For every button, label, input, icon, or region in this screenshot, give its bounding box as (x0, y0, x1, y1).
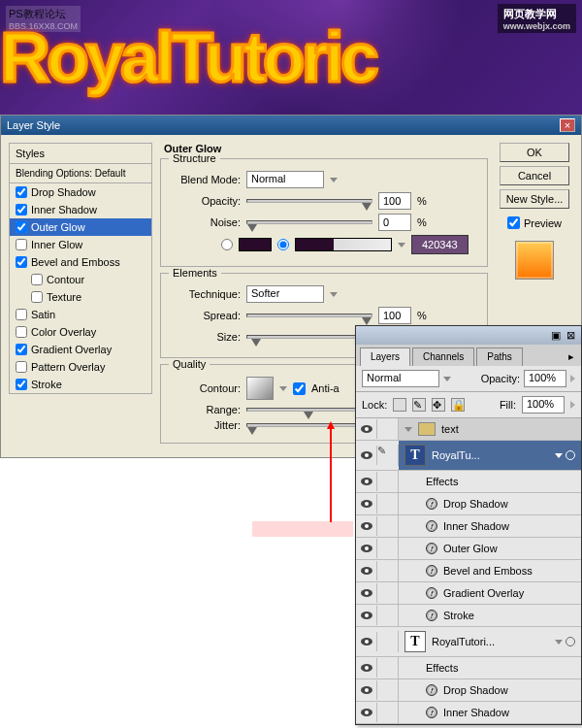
visibility-toggle[interactable] (356, 494, 377, 513)
chevron-down-icon[interactable] (404, 427, 412, 432)
visibility-toggle[interactable] (356, 703, 377, 722)
style-item[interactable]: Bevel and Emboss (10, 253, 151, 271)
styles-heading[interactable]: Styles (10, 144, 151, 164)
visibility-toggle[interactable] (356, 472, 377, 491)
visibility-toggle[interactable] (356, 516, 377, 536)
style-checkbox[interactable] (16, 239, 27, 250)
blend-mode-select[interactable]: Normal (362, 370, 439, 387)
effect-row[interactable]: fGradient Overlay (356, 582, 581, 605)
panel-header[interactable]: ▣ ⊠ (356, 326, 581, 345)
effect-row[interactable]: fOuter Glow (356, 538, 581, 560)
style-checkbox[interactable] (16, 361, 27, 373)
style-checkbox[interactable] (16, 221, 27, 233)
style-item[interactable]: Texture (10, 288, 151, 306)
opacity-input[interactable]: 100% (524, 370, 566, 387)
visibility-toggle[interactable] (356, 419, 377, 439)
color-swatch[interactable] (239, 238, 272, 251)
panel-menu-icon[interactable]: ▸ (566, 347, 577, 366)
style-checkbox[interactable] (16, 344, 27, 355)
visibility-toggle[interactable] (356, 561, 377, 580)
effects-heading[interactable]: Effects (356, 471, 581, 493)
technique-select[interactable]: Softer (246, 285, 324, 303)
style-checkbox[interactable] (16, 186, 27, 198)
close-icon[interactable]: × (560, 118, 575, 132)
blending-options[interactable]: Blending Options: Default (10, 164, 151, 183)
link-column[interactable]: ✎ (377, 445, 399, 466)
chevron-down-icon[interactable] (279, 386, 287, 391)
effect-row[interactable]: fDrop Shadow (356, 679, 581, 702)
visibility-toggle[interactable] (356, 539, 377, 558)
minimize-icon[interactable]: ▣ (551, 329, 561, 342)
close-icon[interactable]: ⊠ (566, 329, 575, 342)
lock-all-icon[interactable]: 🔒 (451, 398, 465, 412)
style-item[interactable]: Drop Shadow (10, 183, 151, 201)
noise-input[interactable] (378, 214, 411, 231)
size-slider[interactable] (246, 335, 372, 339)
visibility-toggle[interactable] (356, 606, 377, 625)
style-item[interactable]: Gradient Overlay (10, 341, 151, 358)
color-radio[interactable] (221, 239, 233, 250)
contour-picker[interactable] (246, 377, 274, 400)
range-slider[interactable] (246, 408, 372, 412)
gradient-radio[interactable] (277, 239, 289, 250)
style-checkbox[interactable] (16, 309, 27, 320)
new-style-button[interactable]: New Style... (500, 189, 569, 209)
visibility-toggle[interactable] (356, 680, 377, 700)
visibility-toggle[interactable] (356, 446, 377, 465)
fx-toggle-icon[interactable] (566, 637, 575, 646)
effect-row[interactable]: fBevel and Emboss (356, 560, 581, 582)
style-item[interactable]: Stroke (10, 376, 151, 393)
style-item[interactable]: Contour (10, 271, 151, 288)
lock-pixels-icon[interactable]: ✎ (412, 398, 426, 412)
effect-row[interactable]: fStroke (356, 605, 581, 627)
antialias-checkbox[interactable] (293, 382, 306, 395)
tab-channels[interactable]: Channels (412, 347, 474, 366)
range-label: Range: (173, 404, 241, 415)
style-checkbox[interactable] (16, 326, 27, 338)
chevron-icon[interactable] (570, 401, 575, 409)
style-checkbox[interactable] (16, 256, 27, 268)
chevron-down-icon[interactable] (330, 292, 338, 297)
effect-row[interactable]: fInner Shadow (356, 702, 581, 724)
tab-layers[interactable]: Layers (360, 347, 410, 366)
blend-mode-select[interactable]: Normal (246, 171, 324, 188)
jitter-slider[interactable] (246, 423, 372, 427)
cancel-button[interactable]: Cancel (500, 166, 569, 185)
tab-paths[interactable]: Paths (476, 347, 523, 366)
visibility-toggle[interactable] (356, 583, 377, 603)
lock-position-icon[interactable]: ✥ (432, 398, 445, 412)
layer-group[interactable]: text (356, 418, 581, 441)
fx-toggle-icon[interactable] (566, 450, 575, 460)
spread-input[interactable] (378, 307, 411, 324)
opacity-slider[interactable] (246, 199, 372, 203)
layer-row[interactable]: ✎ T RoyalTu... (356, 441, 581, 471)
opacity-input[interactable] (378, 192, 411, 210)
chevron-down-icon[interactable] (443, 377, 451, 381)
fill-input[interactable]: 100% (522, 396, 565, 414)
style-item[interactable]: Inner Glow (10, 236, 151, 253)
noise-slider[interactable] (246, 220, 372, 224)
chevron-down-icon[interactable] (398, 243, 405, 248)
style-item[interactable]: Satin (10, 306, 151, 323)
chevron-down-icon[interactable] (330, 178, 338, 182)
effect-row[interactable]: fDrop Shadow (356, 493, 581, 515)
lock-transparent-icon[interactable] (393, 398, 406, 412)
style-checkbox[interactable] (16, 204, 27, 215)
spread-slider[interactable] (246, 314, 372, 317)
style-item[interactable]: Color Overlay (10, 323, 151, 341)
layer-row[interactable]: T RoyalTutori... (356, 627, 581, 657)
style-item[interactable]: Outer Glow (10, 218, 151, 236)
effects-heading[interactable]: Effects (356, 657, 581, 679)
style-checkbox[interactable] (16, 379, 27, 390)
chevron-icon[interactable] (570, 375, 575, 382)
style-item[interactable]: Inner Shadow (10, 201, 151, 218)
style-checkbox[interactable] (31, 274, 43, 285)
effect-row[interactable]: fInner Shadow (356, 515, 581, 538)
gradient-swatch[interactable] (295, 238, 392, 251)
style-item[interactable]: Pattern Overlay (10, 358, 151, 376)
visibility-toggle[interactable] (356, 632, 377, 651)
visibility-toggle[interactable] (356, 658, 377, 678)
ok-button[interactable]: OK (500, 143, 569, 162)
preview-checkbox[interactable] (507, 216, 520, 229)
style-checkbox[interactable] (31, 291, 43, 303)
